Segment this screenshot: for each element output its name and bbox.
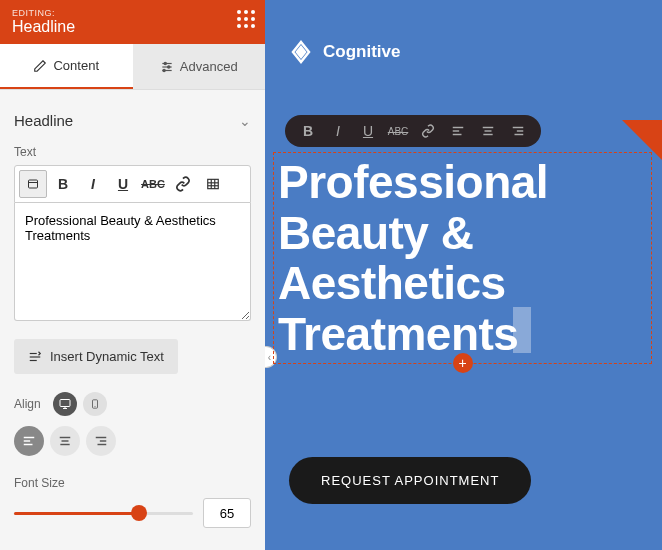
font-size-label: Font Size [14,476,251,490]
preview-canvas: ‹ Cognitive B I U ABC Professional Beaut… [265,0,662,550]
font-size-slider-row [14,498,251,528]
align-label: Align [14,397,41,411]
chevron-down-icon: ⌄ [239,113,251,129]
svg-rect-16 [60,400,70,407]
editing-title: Headline [12,18,253,36]
brand: Cognitive [289,40,400,64]
tab-content[interactable]: Content [0,44,133,89]
align-left-button[interactable] [14,426,44,456]
insert-dynamic-label: Insert Dynamic Text [50,349,164,364]
align-buttons [14,426,251,456]
link-icon [175,176,191,192]
device-desktop-button[interactable] [53,392,77,416]
headline-text[interactable]: Professional Beauty & Aesthetics Treatme… [278,157,647,359]
tab-content-label: Content [53,58,99,73]
section-headline[interactable]: Headline ⌄ [14,104,251,145]
cta-button[interactable]: REQUEST APPOINTMENT [289,457,531,504]
tabs: Content Advanced [0,44,265,90]
brand-name: Cognitive [323,42,400,62]
align-section: Align [14,392,251,456]
desktop-icon [59,398,71,410]
table-button[interactable] [199,170,227,198]
insert-icon [28,350,42,364]
font-size-section: Font Size [14,476,251,528]
text-input[interactable] [14,203,251,321]
svg-point-5 [163,69,165,71]
float-link-button[interactable] [419,124,437,138]
float-align-right-button[interactable] [509,124,527,138]
align-left-icon [22,434,36,448]
align-center-button[interactable] [50,426,80,456]
float-strike-button[interactable]: ABC [389,126,407,137]
font-size-input[interactable] [203,498,251,528]
align-center-icon [58,434,72,448]
float-align-center-button[interactable] [479,124,497,138]
font-size-slider[interactable] [14,503,193,523]
tab-advanced-label: Advanced [180,59,238,74]
source-icon [26,178,40,190]
underline-button[interactable]: U [109,170,137,198]
svg-point-4 [167,65,169,67]
pencil-icon [33,59,47,73]
source-button[interactable] [19,170,47,198]
editor-sidebar: EDITING: Headline Content Advanced Headl… [0,0,265,550]
svg-rect-8 [208,179,219,188]
align-left-icon [451,124,465,138]
float-underline-button[interactable]: U [359,123,377,139]
align-right-icon [511,124,525,138]
italic-button[interactable]: I [79,170,107,198]
device-mobile-button[interactable] [83,392,107,416]
insert-dynamic-text-button[interactable]: Insert Dynamic Text [14,339,178,374]
editing-label: EDITING: [12,8,253,18]
text-cursor [513,307,531,353]
section-headline-label: Headline [14,112,73,129]
float-align-left-button[interactable] [449,124,467,138]
device-toggle [53,392,107,416]
sliders-icon [160,60,174,74]
drag-grip-icon[interactable] [237,10,255,28]
align-center-icon [481,124,495,138]
editor-header: EDITING: Headline [0,0,265,44]
align-right-icon [94,434,108,448]
panel: Headline ⌄ Text B I U ABC Insert Dynamic… [0,90,265,550]
float-bold-button[interactable]: B [299,123,317,139]
table-icon [205,177,221,191]
text-toolbar: B I U ABC [14,165,251,203]
svg-rect-6 [29,180,38,188]
bold-button[interactable]: B [49,170,77,198]
brand-logo-icon [289,40,313,64]
tab-advanced[interactable]: Advanced [133,44,266,89]
floating-toolbar: B I U ABC [285,115,541,147]
mobile-icon [90,398,100,410]
align-right-button[interactable] [86,426,116,456]
strikethrough-button[interactable]: ABC [139,170,167,198]
add-element-handle[interactable]: + [453,353,473,373]
link-button[interactable] [169,170,197,198]
headline-element[interactable]: Professional Beauty & Aesthetics Treatme… [273,152,652,364]
float-italic-button[interactable]: I [329,123,347,139]
svg-point-3 [164,62,166,64]
text-label: Text [14,145,251,159]
link-icon [421,124,435,138]
